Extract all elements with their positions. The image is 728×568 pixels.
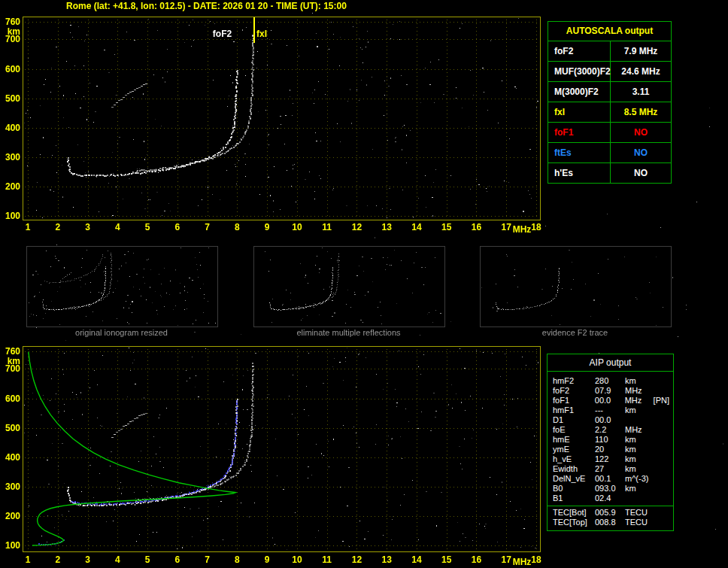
- aip-row: foF207.9MHz: [548, 386, 673, 396]
- aip-value: 093.0: [595, 484, 625, 494]
- aip-value: 008.8: [595, 518, 625, 527]
- aip-row: foE2.2MHz: [548, 425, 673, 435]
- aip-param: TEC[Top]: [553, 518, 595, 527]
- aip-output-table: AIP output hmF2280kmfoF207.9MHzfoF100.0M…: [547, 354, 674, 531]
- aip-value: 280: [595, 376, 625, 386]
- autoscala-value: NO: [611, 123, 671, 142]
- aip-param: DelN_vE: [553, 474, 595, 484]
- aip-note: [654, 508, 673, 518]
- aip-param: D1: [553, 415, 595, 425]
- aip-unit: km: [625, 405, 654, 415]
- aip-value: 005.9: [595, 508, 625, 518]
- aip-row: h_vE122km: [548, 454, 673, 464]
- aip-table-header: AIP output: [548, 354, 673, 372]
- autoscala-row: foF1NO: [548, 123, 671, 143]
- aip-row: ymE20km: [548, 445, 673, 454]
- aip-value: 00.0: [595, 396, 625, 405]
- autoscala-param: h'Es: [548, 163, 611, 183]
- aip-row: TEC[Top]008.8TECU: [548, 518, 673, 527]
- autoscala-row: M(3000)F23.11: [548, 82, 671, 102]
- aip-row: DelN_vE00.1m^(-3): [548, 474, 673, 484]
- autoscala-param: foF2: [548, 41, 611, 61]
- autoscala-table-header: AUTOSCALA output: [548, 22, 671, 41]
- autoscala-value: 24.6 MHz: [611, 62, 671, 81]
- aip-note: [654, 415, 673, 425]
- aip-value: 20: [595, 445, 625, 454]
- aip-unit: MHz: [625, 386, 654, 396]
- aip-note: [654, 425, 673, 435]
- aip-note: [654, 445, 673, 454]
- aip-unit: MHz: [625, 396, 654, 405]
- aip-unit: [625, 415, 654, 425]
- aip-param: Ewidth: [553, 464, 595, 474]
- aip-note: [654, 484, 673, 494]
- aip-unit: km: [625, 484, 654, 494]
- thumbnail-original-ionogram: [26, 246, 218, 327]
- autoscala-row: h'EsNO: [548, 163, 671, 183]
- autoscala-row: MUF(3000)F224.6 MHz: [548, 62, 671, 82]
- autoscala-row: ftEsNO: [548, 143, 671, 163]
- aip-value: 27: [595, 464, 625, 474]
- aip-unit: km: [625, 435, 654, 445]
- aip-note: [654, 386, 673, 396]
- aip-param: TEC[Bot]: [553, 508, 595, 518]
- autoscala-output-table: AUTOSCALA output foF27.9 MHzMUF(3000)F22…: [548, 21, 672, 184]
- autoscala-param: ftEs: [548, 143, 611, 163]
- autoscala-table-rows: foF27.9 MHzMUF(3000)F224.6 MHzM(3000)F23…: [548, 41, 671, 183]
- aip-value: 02.4: [595, 494, 625, 503]
- thumbnail-caption: original ionogram resized: [26, 328, 217, 337]
- aip-param: ymE: [553, 445, 595, 454]
- aip-param: h_vE: [553, 454, 595, 464]
- aip-param: hmF1: [553, 405, 595, 415]
- aip-unit: [625, 494, 654, 503]
- aip-value: 07.9: [595, 386, 625, 396]
- thumbnail-caption: eliminate multiple reflections: [253, 328, 444, 337]
- autoscala-value: 7.9 MHz: [611, 41, 671, 61]
- aip-unit: TECU: [625, 518, 654, 527]
- aip-param: foE: [553, 425, 595, 435]
- aip-unit: m^(-3): [625, 474, 654, 484]
- bottom-ionogram-profile-plot: [0, 345, 544, 568]
- top-ionogram-plot: [0, 15, 544, 235]
- aip-row: foF100.0MHz[PN]: [548, 396, 673, 405]
- autoscala-row: foF27.9 MHz: [548, 41, 671, 62]
- aip-value: 110: [595, 435, 625, 445]
- aip-row: hmF1---km: [548, 405, 673, 415]
- aip-param: B1: [553, 494, 595, 503]
- aip-row: Ewidth27km: [548, 464, 673, 474]
- aip-note: [654, 474, 673, 484]
- aip-table-rows: hmF2280kmfoF207.9MHzfoF100.0MHz[PN]hmF1-…: [548, 372, 673, 503]
- aip-value: 2.2: [595, 425, 625, 435]
- aip-unit: TECU: [625, 508, 654, 518]
- aip-value: 00.1: [595, 474, 625, 484]
- aip-row: B0093.0km: [548, 484, 673, 494]
- aip-note: [PN]: [654, 396, 673, 405]
- aip-note: [654, 518, 673, 527]
- aip-row: TEC[Bot]005.9TECU: [548, 508, 673, 518]
- aip-note: [654, 494, 673, 503]
- thumbnail-caption: evidence F2 trace: [479, 328, 671, 337]
- autoscala-value: 3.11: [611, 82, 671, 102]
- aip-value: 122: [595, 454, 625, 464]
- autoscala-param: foF1: [548, 123, 611, 142]
- aip-tec-rows: TEC[Bot]005.9TECUTEC[Top]008.8TECU: [548, 506, 673, 530]
- autoscala-value: 8.5 MHz: [611, 102, 671, 122]
- thumbnail-eliminate-reflections: [253, 246, 445, 327]
- aip-row: B102.4: [548, 494, 673, 503]
- aip-note: [654, 405, 673, 415]
- aip-unit: km: [625, 454, 654, 464]
- autoscala-app-window: Rome (lat: +41.8, lon: 012.5) - DATE: 20…: [0, 0, 728, 568]
- aip-param: hmF2: [553, 376, 595, 386]
- autoscala-row: fxI8.5 MHz: [548, 102, 671, 123]
- aip-value: ---: [595, 405, 625, 415]
- station-date-time-title: Rome (lat: +41.8, lon: 012.5) - DATE: 20…: [66, 1, 347, 11]
- thumbnail-evidence-f2-trace: [480, 246, 672, 327]
- aip-note: [654, 435, 673, 445]
- aip-param: foF2: [553, 386, 595, 396]
- aip-note: [654, 376, 673, 386]
- aip-note: [654, 454, 673, 464]
- autoscala-param: M(3000)F2: [548, 82, 611, 102]
- aip-param: B0: [553, 484, 595, 494]
- autoscala-value: NO: [611, 163, 671, 183]
- aip-unit: km: [625, 464, 654, 474]
